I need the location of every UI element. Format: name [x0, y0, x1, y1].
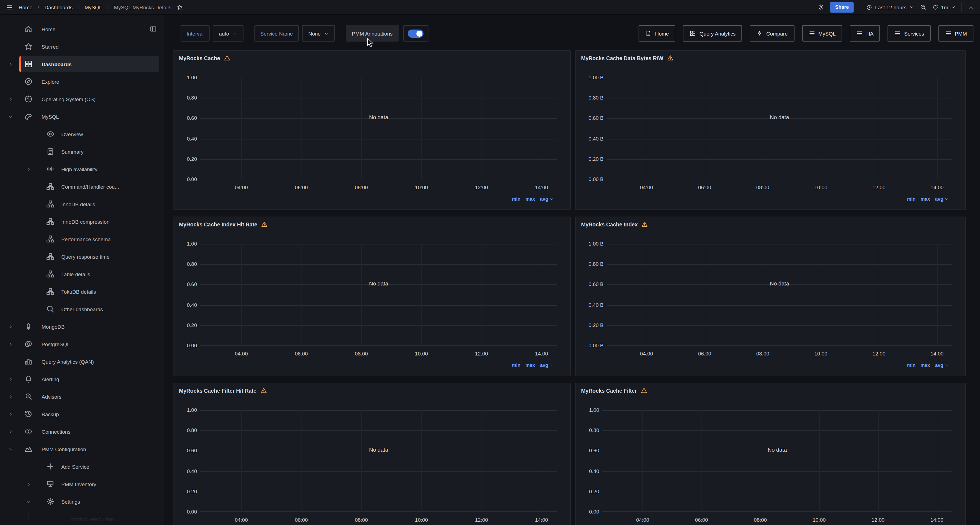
sidebar-item-other-dashboards[interactable]: Other dashboards [0, 300, 164, 318]
sidebar-item-query-response-time[interactable]: Query response time [0, 248, 164, 265]
legend-item-avg[interactable]: avg [540, 363, 554, 368]
chevron-right-icon[interactable] [7, 394, 14, 399]
favorite-star-button[interactable] [177, 4, 183, 10]
chevron-right-icon[interactable] [7, 324, 14, 329]
sidebar-item-connections[interactable]: Connections [0, 423, 164, 440]
sidebar-item-backup[interactable]: Backup [0, 405, 164, 423]
nav-button-compare[interactable]: Compare [750, 25, 794, 41]
panel-header: MyRocks Cache Index Hit Rate [179, 221, 267, 227]
sidebar-item-label: Advisors [41, 393, 62, 400]
panel-title[interactable]: MyRocks Cache Filter [581, 387, 637, 393]
chevron-right-icon[interactable] [7, 429, 14, 434]
sidebar-item-table-details[interactable]: Table details [0, 265, 164, 283]
panel-title[interactable]: MyRocks Cache Index Hit Rate [179, 221, 257, 227]
chevron-right-icon[interactable] [7, 376, 14, 381]
gridline-horizontal [603, 430, 952, 431]
sidebar-item-explore[interactable]: Explore [0, 73, 164, 90]
panel-title[interactable]: MyRocks Cache [179, 55, 220, 61]
dock-menu-button[interactable] [150, 25, 157, 33]
panel-legend: minmaxavg [512, 363, 554, 368]
sidebar-item-command-handler-cou[interactable]: Command/Handler cou... [0, 178, 164, 195]
sidebar-item-home[interactable]: Home [0, 20, 164, 38]
sidebar-item-settings[interactable]: Settings [0, 493, 164, 510]
sidebar-item-summary[interactable]: Summary [0, 143, 164, 160]
warning-icon[interactable] [224, 55, 231, 61]
sidebar-item-overview[interactable]: Overview [0, 125, 164, 143]
nav-button-ha[interactable]: HA [850, 25, 880, 41]
variable-value-service-name[interactable]: None [302, 25, 335, 41]
legend-item-max[interactable]: max [920, 196, 930, 202]
sidebar-item-postgresql[interactable]: PostgreSQL [0, 335, 164, 353]
refresh-picker[interactable]: 1m [932, 4, 955, 10]
chevron-right-icon[interactable] [25, 167, 32, 171]
legend-item-avg[interactable]: avg [935, 196, 949, 202]
warning-icon[interactable] [641, 387, 648, 394]
warning-icon[interactable] [667, 55, 674, 61]
chevron-right-icon[interactable] [7, 341, 14, 346]
sidebar-item-innodb-compression[interactable]: InnoDB compression [0, 213, 164, 230]
legend-item-max[interactable]: max [525, 196, 535, 202]
dashboard-settings-button[interactable] [818, 4, 824, 10]
pmm-annotations-toggle[interactable] [408, 29, 423, 38]
legend-item-avg[interactable]: avg [540, 196, 554, 202]
chevron-right-icon[interactable] [7, 97, 14, 102]
sidebar-item-tokudb-details[interactable]: TokuDB details [0, 283, 164, 300]
sidebar-item-starred[interactable]: Starred [0, 38, 164, 55]
share-button[interactable]: Share [830, 2, 854, 12]
warning-icon[interactable] [260, 387, 267, 394]
gridline-vertical [879, 78, 880, 179]
breadcrumb-item[interactable]: Dashboards [45, 4, 73, 10]
sidebar-item-pmm-inventory[interactable]: PMM Inventory [0, 475, 164, 493]
breadcrumb-item[interactable]: MySQL MyRocks Details [114, 4, 171, 10]
gridline-vertical [819, 410, 820, 512]
chevron-down-icon[interactable] [7, 114, 14, 119]
zoom-out-time-button[interactable] [920, 4, 926, 10]
sidebar-item-pmm-configuration[interactable]: PMM Configuration [0, 440, 164, 458]
sidebar-item-add-service[interactable]: Add Service [0, 458, 164, 475]
breadcrumb-item[interactable]: Home [19, 4, 33, 10]
menu-toggle-button[interactable] [6, 3, 13, 11]
legend-item-min[interactable]: min [907, 196, 915, 202]
sidebar-item-mysql[interactable]: MySQL [0, 108, 164, 125]
sidebar-item-query-analytics-qan[interactable]: Query Analytics (QAN) [0, 353, 164, 370]
warning-icon[interactable] [261, 221, 267, 227]
nav-button-pmm[interactable]: PMM [939, 25, 974, 41]
legend-item-min[interactable]: min [512, 196, 520, 202]
caret-up-icon [968, 4, 974, 10]
chevron-down-icon[interactable] [25, 499, 32, 504]
legend-item-max[interactable]: max [525, 363, 535, 368]
gridline-horizontal [603, 511, 952, 512]
sidebar-item-alerting[interactable]: Alerting [0, 370, 164, 388]
chevron-right-icon[interactable] [25, 482, 32, 487]
nav-button-query-analytics[interactable]: Query Analytics [683, 25, 742, 41]
legend-item-min[interactable]: min [907, 363, 915, 368]
gridline-vertical [760, 410, 761, 512]
time-range-picker[interactable]: Last 12 hours [866, 4, 913, 10]
sidebar-item-mongodb[interactable]: MongoDB [0, 318, 164, 335]
collapse-topbar-button[interactable] [968, 4, 974, 10]
chevron-right-icon[interactable] [7, 62, 14, 67]
sidebar-item-operating-system-os[interactable]: Operating System (OS) [0, 90, 164, 108]
panel-title[interactable]: MyRocks Cache Data Bytes R/W [581, 55, 663, 61]
sidebar-item-metrics-resolution[interactable]: Metrics Resolution [0, 510, 164, 525]
legend-item-max[interactable]: max [920, 363, 930, 368]
warning-icon[interactable] [641, 221, 648, 227]
sidebar-item-performance-schema[interactable]: Performance schema [0, 230, 164, 248]
sidebar-item-dashboards[interactable]: Dashboards [0, 55, 164, 73]
sidebar-item-innodb-details[interactable]: InnoDB details [0, 195, 164, 213]
chevron-right-icon[interactable] [7, 412, 14, 416]
nav-button-mysql[interactable]: MySQL [802, 25, 842, 41]
nav-button-services[interactable]: Services [888, 25, 931, 41]
sidebar-item-high-availability[interactable]: High availability [0, 160, 164, 178]
nav-button-home[interactable]: Home [638, 25, 676, 41]
breadcrumb-item[interactable]: MySQL [84, 4, 102, 10]
variable-value-interval[interactable]: auto [213, 25, 243, 41]
chevron-down-icon[interactable] [7, 447, 14, 452]
legend-item-min[interactable]: min [512, 363, 520, 368]
panel-title[interactable]: MyRocks Cache Index [581, 221, 638, 227]
y-axis-tick-label: 0.20 B [580, 156, 603, 162]
panel-title[interactable]: MyRocks Cache Filter Hit Rate [179, 387, 256, 393]
gridline-horizontal [607, 264, 952, 265]
sidebar-item-advisors[interactable]: Advisors [0, 388, 164, 405]
legend-item-avg[interactable]: avg [935, 363, 949, 368]
